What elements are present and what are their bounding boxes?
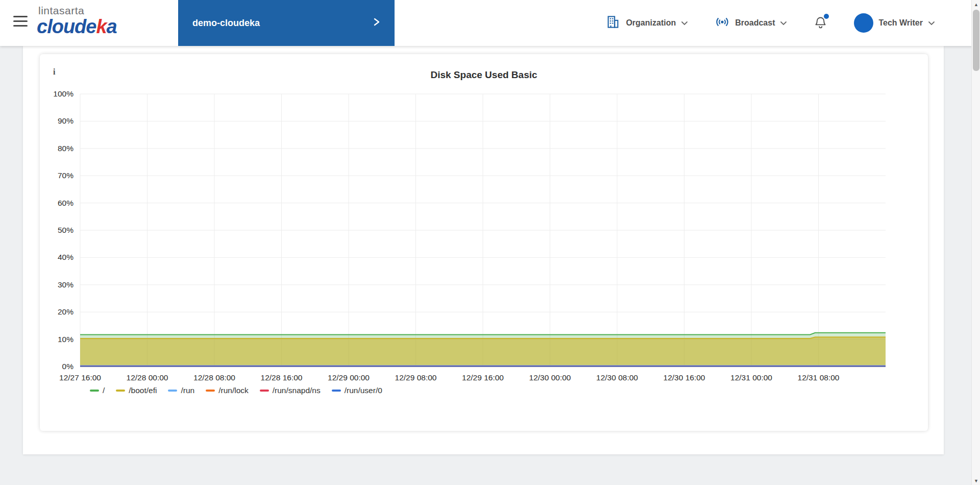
chevron-down-icon bbox=[780, 18, 787, 28]
legend-item[interactable]: /run/snapd/ns bbox=[260, 386, 321, 395]
svg-text:12/29 16:00: 12/29 16:00 bbox=[462, 373, 504, 382]
legend-swatch bbox=[168, 390, 177, 392]
svg-text:12/28 16:00: 12/28 16:00 bbox=[261, 373, 303, 382]
chevron-down-icon bbox=[928, 18, 935, 28]
info-icon[interactable]: i bbox=[53, 67, 55, 77]
svg-text:12/30 16:00: 12/30 16:00 bbox=[664, 373, 705, 382]
legend-item[interactable]: /boot/efi bbox=[116, 386, 157, 395]
svg-text:12/29 00:00: 12/29 00:00 bbox=[328, 373, 370, 382]
project-selector[interactable]: demo-cloudeka bbox=[178, 0, 395, 46]
broadcast-label: Broadcast bbox=[735, 18, 775, 28]
svg-text:30%: 30% bbox=[58, 280, 74, 289]
svg-text:20%: 20% bbox=[58, 307, 74, 316]
svg-text:60%: 60% bbox=[58, 199, 74, 207]
svg-text:50%: 50% bbox=[58, 226, 74, 234]
legend-swatch bbox=[116, 390, 125, 392]
svg-text:10%: 10% bbox=[58, 335, 74, 344]
header-right-group: Organization Broadcast bbox=[605, 0, 935, 46]
chevron-right-icon bbox=[373, 17, 380, 29]
legend-item[interactable]: /run/lock bbox=[206, 386, 249, 395]
svg-text:12/28 00:00: 12/28 00:00 bbox=[127, 373, 168, 382]
top-header: lintasarta cloudeka demo-cloudeka Organi… bbox=[0, 0, 980, 46]
svg-text:12/31 08:00: 12/31 08:00 bbox=[798, 373, 840, 382]
legend-label: /run/user/0 bbox=[345, 386, 382, 395]
scrollbar-up-arrow[interactable]: ▲ bbox=[972, 0, 980, 9]
main-content: i Disk Space Used Basic 0%10%20%30%40%50… bbox=[0, 46, 980, 485]
notification-badge-dot bbox=[824, 14, 829, 19]
broadcast-icon bbox=[715, 14, 730, 32]
user-name: Tech Writer bbox=[878, 18, 923, 28]
svg-text:0%: 0% bbox=[62, 362, 74, 371]
organization-dropdown[interactable]: Organization bbox=[605, 14, 688, 32]
user-menu[interactable]: Tech Writer bbox=[854, 13, 935, 33]
content-panel: i Disk Space Used Basic 0%10%20%30%40%50… bbox=[23, 46, 944, 454]
brand-logo-bottom-text: cloudeka bbox=[37, 17, 164, 36]
legend-label: /run/snapd/ns bbox=[273, 386, 321, 395]
project-name: demo-cloudeka bbox=[192, 18, 260, 29]
scrollbar[interactable]: ▲ ▼ bbox=[971, 0, 980, 485]
legend-swatch bbox=[206, 390, 215, 392]
notifications-bell-icon[interactable] bbox=[814, 15, 827, 31]
svg-text:40%: 40% bbox=[58, 253, 74, 261]
broadcast-dropdown[interactable]: Broadcast bbox=[715, 14, 787, 32]
chart-title: Disk Space Used Basic bbox=[40, 69, 928, 81]
legend-swatch bbox=[260, 390, 269, 392]
legend-item[interactable]: / bbox=[90, 386, 105, 395]
organization-label: Organization bbox=[626, 18, 676, 28]
legend-label: /boot/efi bbox=[129, 386, 157, 395]
svg-text:12/30 08:00: 12/30 08:00 bbox=[596, 373, 638, 382]
user-avatar bbox=[854, 13, 873, 33]
organization-building-icon bbox=[605, 14, 621, 32]
legend-item[interactable]: /run bbox=[168, 386, 194, 395]
legend-label: /run/lock bbox=[218, 386, 249, 395]
hamburger-menu-icon[interactable] bbox=[13, 15, 30, 30]
legend-label: / bbox=[103, 386, 105, 395]
svg-text:12/30 00:00: 12/30 00:00 bbox=[529, 373, 571, 382]
brand-logo[interactable]: lintasarta cloudeka bbox=[37, 5, 164, 36]
brand-logo-top-text: lintasarta bbox=[37, 5, 164, 17]
svg-text:12/31 00:00: 12/31 00:00 bbox=[730, 373, 772, 382]
scrollbar-thumb[interactable] bbox=[973, 10, 979, 71]
svg-text:100%: 100% bbox=[53, 89, 74, 98]
svg-text:12/28 08:00: 12/28 08:00 bbox=[193, 373, 235, 382]
legend-swatch bbox=[90, 390, 99, 392]
scrollbar-down-arrow[interactable]: ▼ bbox=[972, 476, 980, 485]
chart-legend: //boot/efi/run/run/lock/run/snapd/ns/run… bbox=[90, 386, 928, 395]
disk-usage-area-chart: 0%10%20%30%40%50%60%70%80%90%100%12/27 1… bbox=[45, 84, 913, 386]
disk-usage-card: i Disk Space Used Basic 0%10%20%30%40%50… bbox=[40, 54, 928, 431]
brand-logo-accent-letter: k bbox=[96, 16, 106, 37]
chevron-down-icon bbox=[681, 18, 688, 28]
legend-item[interactable]: /run/user/0 bbox=[332, 386, 382, 395]
legend-label: /run bbox=[181, 386, 194, 395]
svg-text:90%: 90% bbox=[58, 116, 74, 125]
svg-text:80%: 80% bbox=[58, 144, 74, 153]
svg-text:70%: 70% bbox=[58, 171, 74, 180]
svg-text:12/29 08:00: 12/29 08:00 bbox=[395, 373, 437, 382]
svg-text:12/27 16:00: 12/27 16:00 bbox=[59, 373, 101, 382]
legend-swatch bbox=[332, 390, 341, 392]
